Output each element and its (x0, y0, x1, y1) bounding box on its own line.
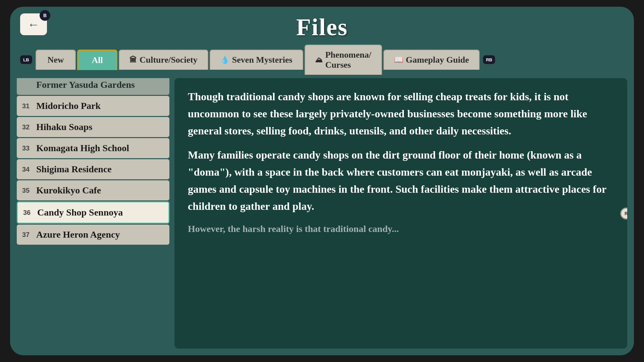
tab-new-label: New (47, 55, 64, 65)
content-text: Though traditional candy shops are known… (188, 88, 614, 237)
phenomena-icon: ⛰ (315, 56, 323, 64)
item-name: Kurokikyo Cafe (36, 185, 101, 196)
header: ← B Files (10, 7, 634, 45)
item-number: 32 (22, 123, 32, 131)
r-stick-icon: R (620, 207, 627, 220)
lb-button[interactable]: LB (20, 55, 32, 64)
list-item[interactable]: 34 Shigima Residence (17, 159, 169, 179)
page-title: Files (296, 13, 348, 41)
tab-gameplay-label: Gameplay Guide (406, 55, 469, 65)
item-number: 33 (22, 144, 32, 152)
content-paragraph-3: However, the harsh reality is that tradi… (188, 222, 614, 237)
culture-icon: 🏛 (129, 56, 137, 64)
item-number: 31 (22, 102, 32, 110)
rb-button[interactable]: RB (483, 55, 495, 64)
item-name: Azure Heron Agency (36, 229, 120, 240)
list-panel: Former Yasuda Gardens 31 Midoricho Park … (17, 78, 171, 349)
tab-all-label: All (92, 55, 103, 65)
content-paragraph-2: Many families operate candy shops on the… (188, 146, 614, 215)
item-number: 37 (22, 231, 32, 239)
item-name: Candy Shop Sennoya (37, 207, 123, 218)
item-name: Komagata High School (36, 143, 129, 154)
tab-phenomena[interactable]: ⛰ Phenomena/Curses (305, 45, 382, 75)
item-number: 34 (22, 166, 32, 173)
back-button[interactable]: ← B (20, 13, 47, 35)
b-badge: B (40, 10, 50, 21)
tab-phenomena-label: Phenomena/Curses (325, 50, 371, 70)
tab-culture[interactable]: 🏛 Culture/Society (119, 50, 208, 70)
tab-culture-label: Culture/Society (140, 55, 198, 65)
list-item[interactable]: 32 Hihaku Soaps (17, 117, 169, 137)
item-name: Midoricho Park (36, 101, 101, 111)
mysteries-icon: 💧 (220, 56, 229, 64)
item-number: 35 (22, 187, 32, 194)
content-paragraph-1: Though traditional candy shops are known… (188, 88, 614, 140)
list-item-selected[interactable]: 36 Candy Shop Sennoya (17, 201, 169, 224)
list-item[interactable]: 35 Kurokikyo Cafe (17, 180, 169, 200)
list-item[interactable]: Former Yasuda Gardens (17, 78, 169, 95)
item-name: Former Yasuda Gardens (36, 79, 135, 90)
content-panel[interactable]: Though traditional candy shops are known… (174, 78, 627, 349)
back-arrow-icon: ← B (20, 13, 47, 35)
main-content: Former Yasuda Gardens 31 Midoricho Park … (10, 78, 634, 355)
list-item[interactable]: 31 Midoricho Park (17, 96, 169, 116)
list-item[interactable]: 33 Komagata High School (17, 138, 169, 158)
tab-gameplay[interactable]: 📖 Gameplay Guide (383, 50, 480, 70)
tab-new[interactable]: New (36, 50, 76, 70)
list-item[interactable]: 37 Azure Heron Agency (17, 225, 169, 245)
item-name: Hihaku Soaps (36, 122, 92, 132)
tab-bar: LB New All 🏛 Culture/Society 💧 Seven Mys… (10, 45, 634, 78)
tab-mysteries-label: Seven Mysteries (232, 55, 292, 65)
gameplay-icon: 📖 (394, 56, 403, 64)
item-name: Shigima Residence (36, 164, 112, 175)
tab-all[interactable]: All (77, 50, 117, 70)
tab-mysteries[interactable]: 💧 Seven Mysteries (210, 50, 303, 70)
item-number: 36 (23, 209, 33, 217)
main-screen: ← B Files LB New All 🏛 Culture/Society 💧… (10, 7, 634, 355)
